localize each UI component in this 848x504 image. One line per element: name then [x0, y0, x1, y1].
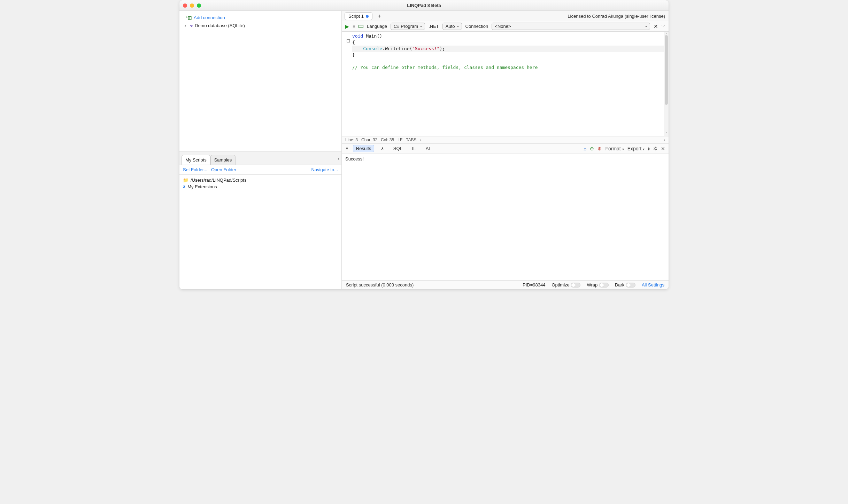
export-menu[interactable]: Export ▾ [627, 146, 645, 151]
all-settings-link[interactable]: All Settings [642, 282, 664, 288]
code-text: ); [439, 46, 445, 51]
lambda-icon: λ [183, 184, 185, 189]
folder-icon: 📁 [183, 178, 188, 183]
results-tab-lambda[interactable]: λ [378, 145, 386, 152]
list-item[interactable]: λ My Extensions [183, 183, 338, 190]
footer-statusbar: Script successful (0.003 seconds) PID=98… [342, 280, 669, 289]
connection-label: Demo database (SQLite) [195, 23, 245, 28]
scroll-down-icon[interactable]: ˅ [664, 132, 669, 135]
scripts-panel: My Scripts Samples ‹ Set Folder... Open … [179, 153, 341, 289]
list-item[interactable]: 📁 /Users/rad/LINQPad/Scripts [183, 177, 338, 183]
results-toolbar: ▼ Results λ SQL IL AI ⌕ ⊖ ⊕ Format ▾ Exp… [342, 144, 669, 153]
status-eol: LF [398, 137, 402, 142]
status-line: Line: 3 [345, 137, 358, 142]
status-tabs: TABS [406, 137, 416, 142]
chevron-down-icon: ▾ [645, 24, 647, 28]
set-folder-link[interactable]: Set Folder... [183, 167, 207, 172]
chevron-down-icon: ▾ [457, 24, 459, 28]
code-type: Console [363, 46, 382, 51]
app-window: LINQPad 8 Beta ⁺◫ Add connection › ∿ Dem… [179, 0, 669, 290]
license-text: Licensed to Conrad Akunga (single-user l… [568, 14, 665, 19]
editor-statusbar: Line: 3 Char: 32 Col: 35 LF TABS ‹ › [342, 136, 669, 144]
chevron-right-icon[interactable]: › [184, 23, 187, 28]
tab-samples[interactable]: Samples [210, 155, 236, 165]
collapse-results-icon[interactable]: ▼ [345, 147, 349, 150]
code-string: "Success!" [412, 46, 439, 51]
code-text: { [352, 40, 355, 45]
scripts-list: 📁 /Users/rad/LINQPad/Scripts λ My Extens… [179, 175, 341, 289]
refresh-icon[interactable]: ✲ [653, 146, 657, 151]
net-value: Auto [446, 24, 455, 29]
connections-panel: ⁺◫ Add connection › ∿ Demo database (SQL… [179, 11, 341, 151]
scripts-actions: Set Folder... Open Folder Navigate to... [179, 165, 341, 175]
scroll-thumb[interactable] [665, 35, 668, 105]
add-connection-icon: ⁺◫ [186, 15, 192, 20]
format-menu[interactable]: Format ▾ [605, 146, 624, 151]
nav-forward-icon[interactable]: › [664, 137, 665, 142]
run-button[interactable]: ▶ [345, 24, 349, 29]
language-label: Language [367, 24, 387, 29]
chevron-down-icon: ▾ [420, 24, 422, 28]
clear-connection-icon[interactable]: ✕ [654, 23, 658, 30]
scripts-tabbar: My Scripts Samples ‹ [179, 153, 341, 165]
close-window-icon[interactable] [183, 3, 187, 8]
code-content[interactable]: void Main() { Console.WriteLine("Success… [342, 32, 669, 72]
status-char: Char: 32 [361, 137, 377, 142]
new-tab-button[interactable]: ＋ [375, 13, 384, 20]
results-tab-ai[interactable]: AI [423, 145, 433, 152]
code-text: .WriteLine( [382, 46, 412, 51]
document-tab[interactable]: Script 1 [345, 12, 372, 20]
wrap-toggle[interactable]: Wrap [587, 282, 608, 288]
status-col: Col: 35 [381, 137, 394, 142]
code-text: Main() [363, 33, 382, 39]
net-label: .NET [429, 24, 439, 29]
stop-button[interactable]: ■ [353, 24, 355, 29]
results-layout-icon[interactable] [359, 25, 363, 28]
net-select[interactable]: Auto ▾ [442, 23, 462, 30]
tab-my-scripts[interactable]: My Scripts [182, 155, 210, 165]
zoom-window-icon[interactable] [197, 3, 201, 8]
code-editor[interactable]: − void Main() { Console.WriteLine("Succe… [342, 32, 669, 136]
language-value: C# Program [394, 24, 418, 29]
code-comment: // You can define other methods, fields,… [352, 65, 538, 70]
expand-collapse-icon[interactable]: ▴▾ [648, 147, 650, 151]
add-connection-link[interactable]: ⁺◫ Add connection [186, 15, 337, 20]
window-title: LINQPad 8 Beta [407, 3, 441, 8]
language-select[interactable]: C# Program ▾ [391, 23, 425, 30]
navigate-to-link[interactable]: Navigate to... [311, 167, 338, 172]
connection-label: Connection [465, 24, 488, 29]
results-tab-sql[interactable]: SQL [391, 145, 405, 152]
connection-value: <None> [495, 24, 511, 29]
connection-select[interactable]: <None> ▾ [492, 23, 650, 30]
connection-tree-item[interactable]: › ∿ Demo database (SQLite) [183, 22, 338, 29]
window-controls [183, 3, 201, 8]
output-line: Success! [345, 156, 665, 162]
vertical-scrollbar[interactable]: ˄ ˅ [664, 32, 669, 136]
pid-label: PID=98344 [523, 282, 545, 288]
nav-back-icon[interactable]: ‹ [420, 137, 422, 142]
fold-toggle-icon[interactable]: − [347, 39, 350, 42]
minimize-window-icon[interactable] [190, 3, 194, 8]
optimize-toggle[interactable]: Optimize [552, 282, 581, 288]
query-toolbar: ▶ ■ Language C# Program ▾ .NET Auto ▾ Co… [342, 21, 669, 32]
left-panel: ⁺◫ Add connection › ∿ Demo database (SQL… [179, 11, 342, 289]
titlebar: LINQPad 8 Beta [179, 0, 669, 11]
close-results-icon[interactable]: ✕ [661, 146, 665, 151]
modified-indicator-icon [366, 15, 369, 18]
script-name: My Extensions [187, 184, 217, 189]
code-keyword: void [352, 33, 363, 39]
chevron-down-icon[interactable]: ﹀ [662, 24, 665, 29]
status-message: Script successful (0.003 seconds) [346, 282, 414, 288]
collapse-panel-icon[interactable]: ‹ [338, 156, 339, 161]
search-icon[interactable]: ⌕ [584, 146, 586, 151]
results-tab-results[interactable]: Results [353, 145, 374, 152]
results-tab-il[interactable]: IL [409, 145, 419, 152]
database-icon: ∿ [189, 23, 193, 28]
document-tab-label: Script 1 [348, 14, 364, 19]
script-path: /Users/rad/LINQPad/Scripts [191, 178, 246, 183]
dark-toggle[interactable]: Dark [615, 282, 635, 288]
zoom-out-icon[interactable]: ⊖ [590, 146, 594, 151]
results-output: Success! [342, 153, 669, 280]
open-folder-link[interactable]: Open Folder [211, 167, 236, 172]
zoom-in-icon[interactable]: ⊕ [598, 146, 602, 151]
